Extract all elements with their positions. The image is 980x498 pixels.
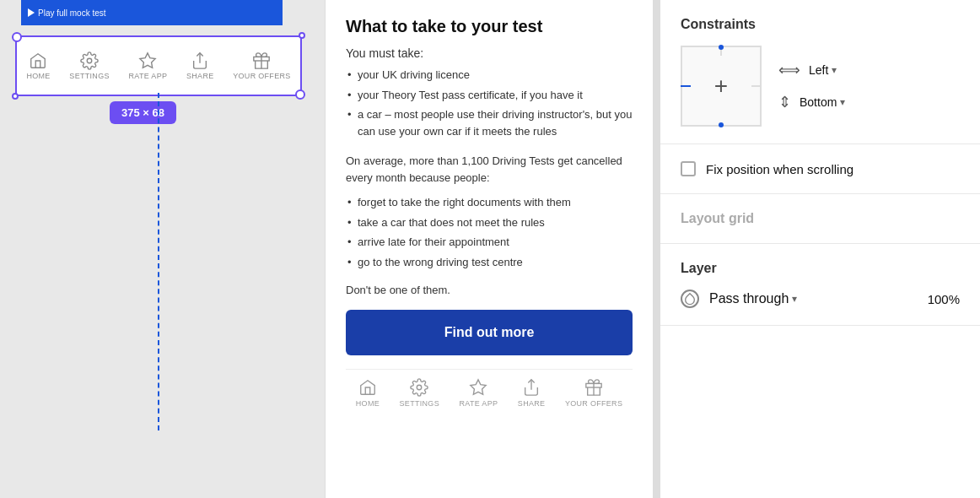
right-panel: Constraints + ⟺ Left ▾ [660,0,980,498]
bottom-nav-label: HOME [356,399,380,408]
canvas-panel: Play full mock test HOME SETTI [0,0,325,498]
constraint-top-dot [719,45,724,50]
settings-icon [80,51,99,70]
nav-item-share: SHARE [186,51,214,80]
content-title: What to take to your test [346,17,633,36]
list-item: go to the wrong driving test centre [346,254,633,271]
bottom-nav-bar: HOME SETTINGS RATE APP [346,369,633,413]
nav-label-rate-app: RATE APP [128,72,167,80]
gift-icon [584,378,603,397]
vertical-constraint-row: ⇕ Bottom ▾ [778,93,845,111]
layout-grid-section: Layout grid [660,194,980,244]
layer-section: Layer Pass through ▾ 100% [660,244,980,326]
bottom-nav-home[interactable]: HOME [356,378,380,408]
list-item: take a car that does not meet the rules [346,214,633,231]
bottom-nav-label: YOUR OFFERS [565,399,622,408]
must-take-label: You must take: [346,46,633,60]
nav-item-rate-app: RATE APP [128,51,167,80]
list-item: arrive late for their appointment [346,234,633,251]
layout-grid-title: Layout grid [681,211,960,226]
play-label: Play full mock test [38,8,106,18]
average-text: On average, more than 1,100 Driving Test… [346,153,633,186]
gift-icon [252,51,271,70]
plus-icon: + [714,73,728,100]
nav-item-home: HOME [26,51,50,80]
blend-mode-select[interactable]: Pass through ▾ [709,291,797,306]
must-take-list: your UK driving licence your Theory Test… [346,67,633,139]
home-icon [29,51,47,70]
nav-label-settings: SETTINGS [69,72,109,80]
vertical-constraint-icon: ⇕ [778,93,791,111]
droplet-icon [683,292,697,306]
mobile-preview: What to take to your test You must take:… [325,0,654,498]
list-item: a car – most people use their driving in… [346,106,633,139]
svg-marker-1 [140,53,155,68]
horizontal-constraint-row: ⟺ Left ▾ [778,61,845,79]
star-icon [138,51,157,70]
nav-item-your-offers: YOUR OFFERS [233,51,290,80]
svg-point-0 [87,58,92,63]
svg-marker-6 [471,380,486,394]
home-icon [358,378,377,397]
chevron-down-icon: ▾ [840,96,845,108]
constraint-left-indicator [681,85,691,87]
bottom-nav-label: RATE APP [460,399,498,408]
list-item: your UK driving licence [346,67,633,84]
blend-mode-value: Pass through [709,291,789,306]
bottom-nav-label: SHARE [518,399,546,408]
panel-divider [654,0,660,498]
cancel-reasons-list: forget to take the right documents with … [346,194,633,270]
share-icon [522,378,541,397]
horizontal-constraint-icon: ⟺ [778,61,800,79]
play-triangle-icon [28,8,35,17]
blend-mode-icon [681,290,699,308]
bottom-nav-rate-app[interactable]: RATE APP [460,378,498,408]
layer-row: Pass through ▾ 100% [681,290,960,308]
constraints-title: Constraints [681,17,960,32]
constraints-diagram: + [681,46,762,127]
nav-label-share: SHARE [186,72,214,80]
resize-handle-top-right[interactable] [299,32,305,39]
constraint-bottom-dot [719,122,724,127]
bottom-nav-your-offers[interactable]: YOUR OFFERS [565,378,622,408]
resize-handle-bottom-left[interactable] [12,93,19,100]
settings-icon [410,378,428,397]
opacity-value: 100% [928,292,960,306]
share-icon [191,51,209,70]
nav-item-settings: SETTINGS [69,51,109,80]
bottom-nav-share[interactable]: SHARE [518,378,546,408]
bottom-nav-settings[interactable]: SETTINGS [400,378,439,408]
star-icon [469,378,487,397]
nav-label-your-offers: YOUR OFFERS [233,72,290,80]
fix-position-label: Fix position when scrolling [706,162,853,176]
constraint-right-indicator [751,85,762,87]
constraints-section: Constraints + ⟺ Left ▾ [660,0,980,144]
list-item: your Theory Test pass certificate, if yo… [346,87,633,104]
bottom-nav-label: SETTINGS [400,399,439,408]
find-out-more-button[interactable]: Find out more [346,310,633,355]
fix-position-section: Fix position when scrolling [660,144,980,194]
size-badge: 375 × 68 [110,101,176,124]
horizontal-constraint-select[interactable]: Left ▾ [809,63,837,77]
vertical-constraint-select[interactable]: Bottom ▾ [800,95,845,109]
fix-position-checkbox[interactable] [681,161,696,176]
list-item: forget to take the right documents with … [346,194,633,211]
dashed-guide-line [158,93,159,430]
layer-title: Layer [681,261,960,276]
nav-label-home: HOME [26,72,50,80]
constraint-controls: ⟺ Left ▾ ⇕ Bottom ▾ [778,61,845,111]
video-preview[interactable]: Play full mock test [21,0,283,25]
horizontal-constraint-value: Left [809,63,828,77]
vertical-constraint-value: Bottom [800,95,837,109]
nav-bar-component[interactable]: HOME SETTINGS RATE APP [15,35,302,96]
chevron-down-icon: ▾ [832,64,837,76]
dont-text: Don't be one of them. [346,284,633,296]
chevron-down-icon: ▾ [792,293,797,305]
svg-point-5 [417,385,423,390]
